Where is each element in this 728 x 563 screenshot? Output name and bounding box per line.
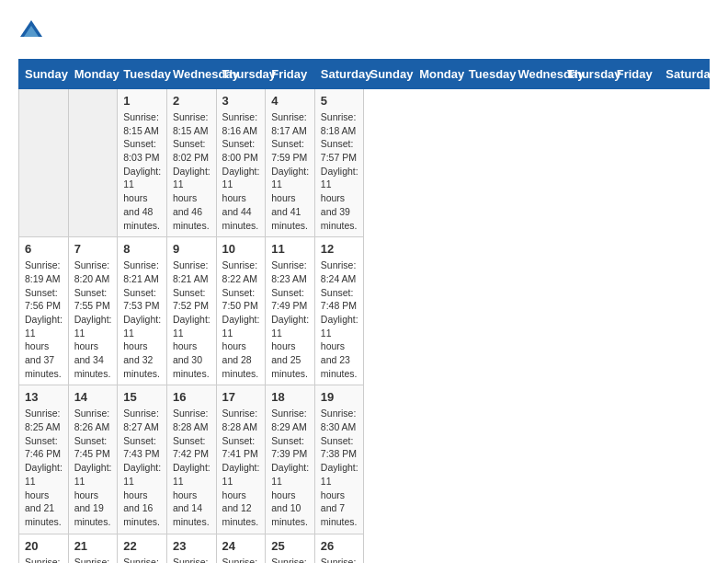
day-number: 11 bbox=[271, 242, 309, 256]
day-number: 7 bbox=[74, 242, 112, 256]
cell-content: Sunrise: 8:16 AMSunset: 8:00 PMDaylight:… bbox=[222, 110, 260, 232]
calendar-cell: 14Sunrise: 8:26 AMSunset: 7:45 PMDayligh… bbox=[68, 385, 118, 534]
week-row-2: 6Sunrise: 8:19 AMSunset: 7:56 PMDaylight… bbox=[19, 237, 710, 385]
day-number: 17 bbox=[222, 390, 260, 404]
calendar-cell: 23Sunrise: 8:34 AMSunset: 7:33 PMDayligh… bbox=[166, 534, 216, 563]
cell-content: Sunrise: 8:30 AMSunset: 7:38 PMDaylight:… bbox=[321, 407, 358, 528]
logo bbox=[18, 18, 48, 44]
col-header-sunday: Sunday bbox=[364, 60, 414, 89]
header-wednesday: Wednesday bbox=[166, 60, 216, 89]
col-header-monday: Monday bbox=[414, 60, 463, 89]
day-number: 16 bbox=[173, 390, 210, 404]
cell-content: Sunrise: 8:17 AMSunset: 7:59 PMDaylight:… bbox=[271, 110, 309, 232]
col-header-tuesday: Tuesday bbox=[462, 60, 512, 89]
cell-content: Sunrise: 8:31 AMSunset: 7:37 PMDaylight:… bbox=[25, 556, 63, 563]
cell-content: Sunrise: 8:37 AMSunset: 7:30 PMDaylight:… bbox=[321, 556, 358, 563]
day-number: 8 bbox=[123, 242, 161, 256]
calendar-table: SundayMondayTuesdayWednesdayThursdayFrid… bbox=[18, 59, 710, 563]
calendar-cell: 25Sunrise: 8:36 AMSunset: 7:31 PMDayligh… bbox=[266, 534, 315, 563]
calendar-cell: 2Sunrise: 8:15 AMSunset: 8:02 PMDaylight… bbox=[166, 89, 216, 237]
col-header-wednesday: Wednesday bbox=[512, 60, 562, 89]
cell-content: Sunrise: 8:21 AMSunset: 7:52 PMDaylight:… bbox=[173, 259, 210, 380]
day-number: 26 bbox=[321, 539, 358, 553]
calendar-cell bbox=[19, 89, 69, 237]
cell-content: Sunrise: 8:29 AMSunset: 7:39 PMDaylight:… bbox=[271, 407, 309, 528]
cell-content: Sunrise: 8:19 AMSunset: 7:56 PMDaylight:… bbox=[25, 259, 63, 380]
cell-content: Sunrise: 8:28 AMSunset: 7:42 PMDaylight:… bbox=[173, 407, 210, 528]
calendar-cell: 7Sunrise: 8:20 AMSunset: 7:55 PMDaylight… bbox=[68, 237, 118, 385]
week-row-1: 1Sunrise: 8:15 AMSunset: 8:03 PMDaylight… bbox=[19, 89, 710, 237]
cell-content: Sunrise: 8:15 AMSunset: 8:02 PMDaylight:… bbox=[173, 110, 210, 232]
col-header-saturday: Saturday bbox=[660, 60, 710, 89]
cell-content: Sunrise: 8:33 AMSunset: 7:34 PMDaylight:… bbox=[123, 556, 161, 563]
calendar-cell: 12Sunrise: 8:24 AMSunset: 7:48 PMDayligh… bbox=[314, 237, 364, 385]
day-number: 3 bbox=[222, 94, 260, 108]
logo-icon bbox=[18, 18, 44, 44]
cell-content: Sunrise: 8:24 AMSunset: 7:48 PMDaylight:… bbox=[321, 259, 358, 380]
calendar-cell: 22Sunrise: 8:33 AMSunset: 7:34 PMDayligh… bbox=[118, 534, 167, 563]
calendar-cell: 18Sunrise: 8:29 AMSunset: 7:39 PMDayligh… bbox=[266, 385, 315, 534]
day-number: 23 bbox=[173, 539, 210, 553]
day-number: 14 bbox=[74, 390, 112, 404]
calendar-cell: 9Sunrise: 8:21 AMSunset: 7:52 PMDaylight… bbox=[166, 237, 216, 385]
calendar-cell: 26Sunrise: 8:37 AMSunset: 7:30 PMDayligh… bbox=[314, 534, 364, 563]
day-number: 18 bbox=[271, 390, 309, 404]
calendar-cell: 1Sunrise: 8:15 AMSunset: 8:03 PMDaylight… bbox=[118, 89, 167, 237]
cell-content: Sunrise: 8:32 AMSunset: 7:36 PMDaylight:… bbox=[74, 556, 112, 563]
calendar-cell: 4Sunrise: 8:17 AMSunset: 7:59 PMDaylight… bbox=[266, 89, 315, 237]
day-number: 21 bbox=[74, 539, 112, 553]
cell-content: Sunrise: 8:15 AMSunset: 8:03 PMDaylight:… bbox=[123, 110, 161, 232]
cell-content: Sunrise: 8:18 AMSunset: 7:57 PMDaylight:… bbox=[321, 110, 358, 232]
day-number: 22 bbox=[123, 539, 161, 553]
day-number: 19 bbox=[321, 390, 358, 404]
day-number: 20 bbox=[25, 539, 63, 553]
calendar-header-row: SundayMondayTuesdayWednesdayThursdayFrid… bbox=[19, 60, 710, 89]
day-number: 9 bbox=[173, 242, 210, 256]
day-number: 25 bbox=[271, 539, 309, 553]
header-friday: Friday bbox=[266, 60, 315, 89]
header-sunday: Sunday bbox=[19, 60, 69, 89]
calendar-cell: 16Sunrise: 8:28 AMSunset: 7:42 PMDayligh… bbox=[166, 385, 216, 534]
calendar-cell: 3Sunrise: 8:16 AMSunset: 8:00 PMDaylight… bbox=[216, 89, 266, 237]
header-saturday: Saturday bbox=[314, 60, 364, 89]
calendar-cell: 10Sunrise: 8:22 AMSunset: 7:50 PMDayligh… bbox=[216, 237, 266, 385]
day-number: 12 bbox=[321, 242, 358, 256]
calendar-cell: 8Sunrise: 8:21 AMSunset: 7:53 PMDaylight… bbox=[118, 237, 167, 385]
calendar-cell: 24Sunrise: 8:35 AMSunset: 7:32 PMDayligh… bbox=[216, 534, 266, 563]
cell-content: Sunrise: 8:36 AMSunset: 7:31 PMDaylight:… bbox=[271, 556, 309, 563]
cell-content: Sunrise: 8:20 AMSunset: 7:55 PMDaylight:… bbox=[74, 259, 112, 380]
cell-content: Sunrise: 8:23 AMSunset: 7:49 PMDaylight:… bbox=[271, 259, 309, 380]
calendar-cell: 5Sunrise: 8:18 AMSunset: 7:57 PMDaylight… bbox=[314, 89, 364, 237]
calendar-cell: 21Sunrise: 8:32 AMSunset: 7:36 PMDayligh… bbox=[68, 534, 118, 563]
day-number: 6 bbox=[25, 242, 63, 256]
cell-content: Sunrise: 8:26 AMSunset: 7:45 PMDaylight:… bbox=[74, 407, 112, 528]
calendar-cell: 11Sunrise: 8:23 AMSunset: 7:49 PMDayligh… bbox=[266, 237, 315, 385]
day-number: 13 bbox=[25, 390, 63, 404]
calendar-cell: 17Sunrise: 8:28 AMSunset: 7:41 PMDayligh… bbox=[216, 385, 266, 534]
cell-content: Sunrise: 8:22 AMSunset: 7:50 PMDaylight:… bbox=[222, 259, 260, 380]
page-header bbox=[18, 18, 710, 44]
header-thursday: Thursday bbox=[216, 60, 266, 89]
calendar-cell: 15Sunrise: 8:27 AMSunset: 7:43 PMDayligh… bbox=[118, 385, 167, 534]
day-number: 10 bbox=[222, 242, 260, 256]
day-number: 2 bbox=[173, 94, 210, 108]
header-tuesday: Tuesday bbox=[118, 60, 167, 89]
calendar-cell: 6Sunrise: 8:19 AMSunset: 7:56 PMDaylight… bbox=[19, 237, 69, 385]
calendar-cell: 13Sunrise: 8:25 AMSunset: 7:46 PMDayligh… bbox=[19, 385, 69, 534]
calendar-cell: 20Sunrise: 8:31 AMSunset: 7:37 PMDayligh… bbox=[19, 534, 69, 563]
day-number: 15 bbox=[123, 390, 161, 404]
cell-content: Sunrise: 8:27 AMSunset: 7:43 PMDaylight:… bbox=[123, 407, 161, 528]
day-number: 4 bbox=[271, 94, 309, 108]
cell-content: Sunrise: 8:21 AMSunset: 7:53 PMDaylight:… bbox=[123, 259, 161, 380]
col-header-thursday: Thursday bbox=[562, 60, 611, 89]
cell-content: Sunrise: 8:25 AMSunset: 7:46 PMDaylight:… bbox=[25, 407, 63, 528]
week-row-4: 20Sunrise: 8:31 AMSunset: 7:37 PMDayligh… bbox=[19, 534, 710, 563]
calendar-cell bbox=[68, 89, 118, 237]
col-header-friday: Friday bbox=[610, 60, 660, 89]
header-monday: Monday bbox=[68, 60, 118, 89]
day-number: 5 bbox=[321, 94, 358, 108]
week-row-3: 13Sunrise: 8:25 AMSunset: 7:46 PMDayligh… bbox=[19, 385, 710, 534]
day-number: 24 bbox=[222, 539, 260, 553]
cell-content: Sunrise: 8:34 AMSunset: 7:33 PMDaylight:… bbox=[173, 556, 210, 563]
day-number: 1 bbox=[123, 94, 161, 108]
